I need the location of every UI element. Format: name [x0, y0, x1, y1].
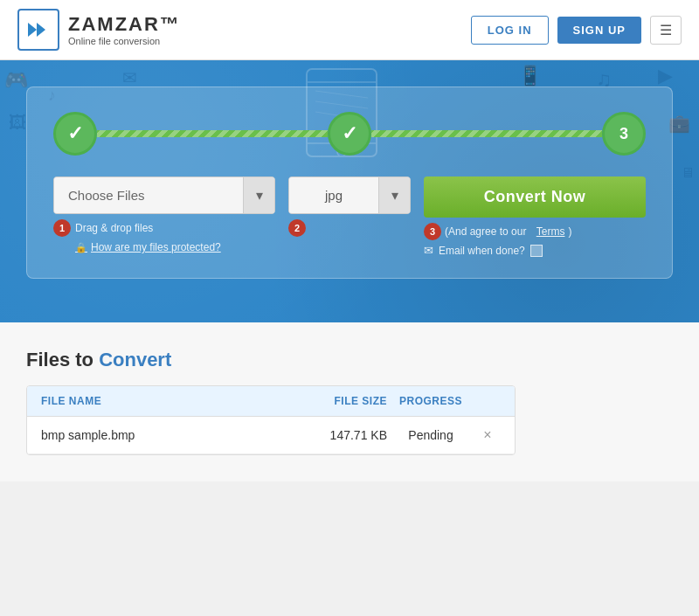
- col-progress: PROGRESS: [387, 395, 474, 407]
- file-size-cell: 147.71 KB: [300, 428, 387, 442]
- file-control-group: Choose Files ▾ 1 Drag & drop files 🔒 How…: [53, 176, 275, 253]
- email-hint: ✉ Email when done?: [424, 244, 646, 257]
- svg-marker-1: [37, 23, 45, 37]
- logo-name: ZAMZAR™: [68, 13, 181, 36]
- chevron-down-icon: ▾: [256, 187, 263, 204]
- step-1-check: ✓: [67, 122, 83, 145]
- table-row: bmp sample.bmp 147.71 KB Pending ×: [27, 417, 515, 454]
- doodle-gameboy: 🎮: [4, 69, 28, 92]
- files-section-title: Files to Convert: [26, 349, 673, 371]
- step-1-badge: 1: [53, 219, 71, 237]
- format-arrow[interactable]: ▾: [378, 177, 410, 213]
- files-section: Files to Convert FILE NAME FILE SIZE PRO…: [0, 322, 699, 481]
- lock-icon: 🔒: [75, 242, 87, 253]
- files-table: FILE NAME FILE SIZE PROGRESS bmp sample.…: [26, 385, 516, 455]
- terms-link[interactable]: Terms: [536, 225, 565, 238]
- file-status-cell: Pending: [387, 428, 474, 442]
- step-1-circle: ✓: [53, 112, 97, 156]
- remove-file-button[interactable]: ×: [474, 427, 501, 443]
- step-2-circle: ✓: [328, 112, 371, 156]
- logo-text: ZAMZAR™ Online file conversion: [68, 13, 181, 46]
- drag-drop-hint: 1 Drag & drop files: [53, 219, 275, 237]
- hero-section: 🎮 ♪ ✉ 🖼 📱 ♫ ▶ 💼 📋 🖥 ✓: [0, 60, 699, 322]
- doodle-tablet: 📱: [518, 65, 542, 87]
- header-actions: LOG IN SIGN UP ☰: [471, 16, 682, 45]
- format-chevron-icon: ▾: [391, 187, 398, 204]
- format-value[interactable]: jpg: [289, 177, 378, 213]
- step-2-badge: 2: [288, 219, 306, 237]
- file-protection-link[interactable]: 🔒 How are my files protected?: [53, 241, 275, 253]
- col-action: [474, 395, 501, 407]
- hamburger-icon: ☰: [660, 23, 672, 38]
- file-select-arrow[interactable]: ▾: [243, 177, 274, 213]
- doodle-monitor: 🖥: [681, 165, 695, 181]
- converter-card: ✓ ✓ 3 Choose Files ▾: [26, 87, 673, 279]
- table-header: FILE NAME FILE SIZE PROGRESS: [27, 386, 515, 417]
- progress-steps: ✓ ✓ 3: [53, 112, 646, 156]
- login-button[interactable]: LOG IN: [471, 16, 549, 45]
- doodle-envelope: ✉: [122, 67, 137, 88]
- col-file-name: FILE NAME: [41, 395, 300, 407]
- convert-control-group: Convert Now 3 (And agree to our Terms) ✉…: [424, 176, 646, 257]
- step-line-1: [97, 130, 328, 137]
- step-3-badge: 3: [424, 223, 441, 240]
- step-3-number: 3: [619, 125, 628, 143]
- envelope-icon: ✉: [424, 244, 433, 257]
- doodle-play: ▶: [658, 65, 673, 87]
- convert-now-button[interactable]: Convert Now: [424, 176, 646, 218]
- logo-area: ZAMZAR™ Online file conversion: [17, 9, 181, 51]
- file-select-wrapper[interactable]: Choose Files ▾: [53, 176, 275, 214]
- terms-hint: 3 (And agree to our Terms): [424, 223, 646, 240]
- choose-files-button[interactable]: Choose Files: [54, 177, 243, 213]
- controls-row: Choose Files ▾ 1 Drag & drop files 🔒 How…: [53, 176, 646, 257]
- zamzar-logo-icon: [17, 9, 59, 51]
- col-file-size: FILE SIZE: [300, 395, 387, 407]
- step-3-circle: 3: [602, 112, 646, 156]
- logo-subtitle: Online file conversion: [68, 36, 181, 46]
- file-name-cell: bmp sample.bmp: [41, 428, 300, 442]
- convert-hints: 3 (And agree to our Terms) ✉ Email when …: [424, 223, 646, 257]
- menu-button[interactable]: ☰: [650, 16, 682, 45]
- header: ZAMZAR™ Online file conversion LOG IN SI…: [0, 0, 699, 60]
- format-control-group: jpg ▾ 2: [288, 176, 411, 237]
- step-2-check: ✓: [342, 122, 357, 145]
- step-2-hint: 2: [288, 219, 411, 237]
- doodle-photo: 🖼: [9, 113, 26, 133]
- svg-marker-0: [28, 23, 37, 37]
- format-select-wrapper[interactable]: jpg ▾: [288, 176, 411, 214]
- email-when-done-checkbox[interactable]: [530, 245, 543, 257]
- signup-button[interactable]: SIGN UP: [557, 17, 641, 44]
- step-line-2: [371, 130, 602, 137]
